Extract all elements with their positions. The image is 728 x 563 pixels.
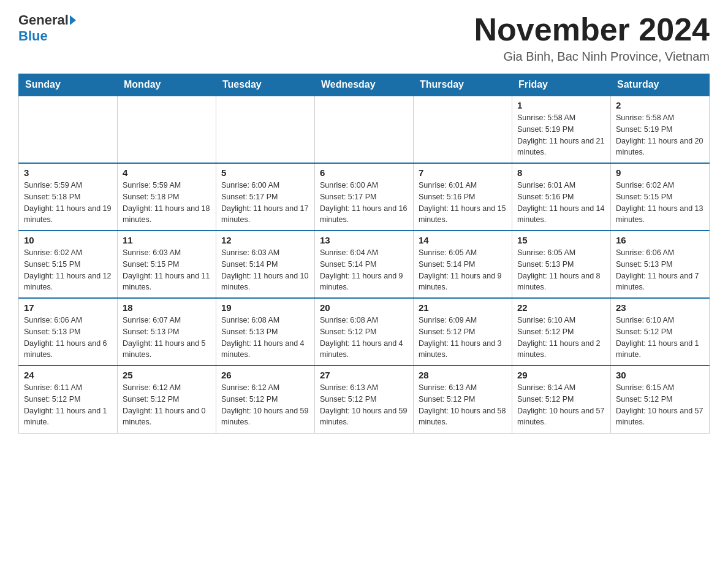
week-row-5: 24Sunrise: 6:11 AMSunset: 5:12 PMDayligh… xyxy=(19,366,710,433)
day-number: 13 xyxy=(320,235,408,245)
col-monday: Monday xyxy=(118,74,216,96)
calendar-cell: 10Sunrise: 6:02 AMSunset: 5:15 PMDayligh… xyxy=(19,231,118,298)
day-info: Sunrise: 6:01 AMSunset: 5:16 PMDaylight:… xyxy=(517,180,605,226)
calendar-cell: 15Sunrise: 6:05 AMSunset: 5:13 PMDayligh… xyxy=(512,231,611,298)
month-title: November 2024 xyxy=(474,12,710,47)
day-info: Sunrise: 6:11 AMSunset: 5:12 PMDaylight:… xyxy=(24,382,112,428)
day-info: Sunrise: 6:02 AMSunset: 5:15 PMDaylight:… xyxy=(24,247,112,293)
day-number: 27 xyxy=(320,370,408,380)
calendar-cell: 19Sunrise: 6:08 AMSunset: 5:13 PMDayligh… xyxy=(216,298,315,366)
calendar-cell: 23Sunrise: 6:10 AMSunset: 5:12 PMDayligh… xyxy=(611,298,710,366)
logo-text: General xyxy=(18,12,78,28)
day-number: 29 xyxy=(517,370,605,380)
day-info: Sunrise: 5:58 AMSunset: 5:19 PMDaylight:… xyxy=(517,112,605,158)
day-info: Sunrise: 6:01 AMSunset: 5:16 PMDaylight:… xyxy=(419,180,507,226)
calendar-cell xyxy=(118,96,216,163)
calendar-cell: 8Sunrise: 6:01 AMSunset: 5:16 PMDaylight… xyxy=(512,163,611,231)
calendar-cell: 21Sunrise: 6:09 AMSunset: 5:12 PMDayligh… xyxy=(414,298,512,366)
day-number: 1 xyxy=(517,100,605,110)
day-info: Sunrise: 5:59 AMSunset: 5:18 PMDaylight:… xyxy=(24,180,112,226)
calendar-cell: 22Sunrise: 6:10 AMSunset: 5:12 PMDayligh… xyxy=(512,298,611,366)
calendar-cell: 29Sunrise: 6:14 AMSunset: 5:12 PMDayligh… xyxy=(512,366,611,433)
calendar-cell: 18Sunrise: 6:07 AMSunset: 5:13 PMDayligh… xyxy=(118,298,216,366)
calendar-cell: 12Sunrise: 6:03 AMSunset: 5:14 PMDayligh… xyxy=(216,231,315,298)
day-number: 9 xyxy=(616,167,704,178)
day-number: 8 xyxy=(517,167,605,178)
calendar-cell: 13Sunrise: 6:04 AMSunset: 5:14 PMDayligh… xyxy=(315,231,414,298)
calendar-cell: 14Sunrise: 6:05 AMSunset: 5:14 PMDayligh… xyxy=(414,231,512,298)
calendar-cell: 11Sunrise: 6:03 AMSunset: 5:15 PMDayligh… xyxy=(118,231,216,298)
day-info: Sunrise: 6:15 AMSunset: 5:12 PMDaylight:… xyxy=(616,382,704,428)
day-info: Sunrise: 6:08 AMSunset: 5:12 PMDaylight:… xyxy=(320,315,408,361)
col-wednesday: Wednesday xyxy=(315,74,414,96)
day-info: Sunrise: 6:09 AMSunset: 5:12 PMDaylight:… xyxy=(419,315,507,361)
col-tuesday: Tuesday xyxy=(216,74,315,96)
calendar-cell xyxy=(414,96,512,163)
day-number: 2 xyxy=(616,100,704,110)
day-number: 3 xyxy=(24,167,112,178)
calendar-header-row: Sunday Monday Tuesday Wednesday Thursday… xyxy=(19,74,710,96)
calendar-table: Sunday Monday Tuesday Wednesday Thursday… xyxy=(18,74,710,434)
col-thursday: Thursday xyxy=(414,74,512,96)
calendar-cell xyxy=(315,96,414,163)
calendar-cell: 2Sunrise: 5:58 AMSunset: 5:19 PMDaylight… xyxy=(611,96,710,163)
calendar-cell: 25Sunrise: 6:12 AMSunset: 5:12 PMDayligh… xyxy=(118,366,216,433)
day-info: Sunrise: 6:12 AMSunset: 5:12 PMDaylight:… xyxy=(123,382,211,428)
logo-blue-text: Blue xyxy=(18,28,48,44)
calendar-cell: 20Sunrise: 6:08 AMSunset: 5:12 PMDayligh… xyxy=(315,298,414,366)
day-info: Sunrise: 6:02 AMSunset: 5:15 PMDaylight:… xyxy=(616,180,704,226)
calendar-cell: 26Sunrise: 6:12 AMSunset: 5:12 PMDayligh… xyxy=(216,366,315,433)
calendar-cell: 9Sunrise: 6:02 AMSunset: 5:15 PMDaylight… xyxy=(611,163,710,231)
day-number: 14 xyxy=(419,235,507,245)
day-info: Sunrise: 6:00 AMSunset: 5:17 PMDaylight:… xyxy=(221,180,309,226)
day-info: Sunrise: 6:04 AMSunset: 5:14 PMDaylight:… xyxy=(320,247,408,293)
day-number: 16 xyxy=(616,235,704,245)
day-info: Sunrise: 6:13 AMSunset: 5:12 PMDaylight:… xyxy=(419,382,507,428)
day-number: 19 xyxy=(221,302,309,313)
day-number: 25 xyxy=(123,370,211,380)
calendar-cell: 30Sunrise: 6:15 AMSunset: 5:12 PMDayligh… xyxy=(611,366,710,433)
day-info: Sunrise: 6:06 AMSunset: 5:13 PMDaylight:… xyxy=(616,247,704,293)
calendar-cell: 7Sunrise: 6:01 AMSunset: 5:16 PMDaylight… xyxy=(414,163,512,231)
logo-general-text: General xyxy=(18,12,69,28)
day-number: 20 xyxy=(320,302,408,313)
day-number: 21 xyxy=(419,302,507,313)
day-info: Sunrise: 6:08 AMSunset: 5:13 PMDaylight:… xyxy=(221,315,309,361)
calendar-cell: 5Sunrise: 6:00 AMSunset: 5:17 PMDaylight… xyxy=(216,163,315,231)
day-info: Sunrise: 6:10 AMSunset: 5:12 PMDaylight:… xyxy=(616,315,704,361)
day-info: Sunrise: 6:07 AMSunset: 5:13 PMDaylight:… xyxy=(123,315,211,361)
week-row-1: 1Sunrise: 5:58 AMSunset: 5:19 PMDaylight… xyxy=(19,96,710,163)
col-friday: Friday xyxy=(512,74,611,96)
day-info: Sunrise: 6:12 AMSunset: 5:12 PMDaylight:… xyxy=(221,382,309,428)
day-number: 11 xyxy=(123,235,211,245)
day-number: 7 xyxy=(419,167,507,178)
week-row-4: 17Sunrise: 6:06 AMSunset: 5:13 PMDayligh… xyxy=(19,298,710,366)
calendar-cell: 4Sunrise: 5:59 AMSunset: 5:18 PMDaylight… xyxy=(118,163,216,231)
day-info: Sunrise: 6:10 AMSunset: 5:12 PMDaylight:… xyxy=(517,315,605,361)
page-header: General Blue November 2024 Gia Binh, Bac… xyxy=(18,12,710,64)
location-subtitle: Gia Binh, Bac Ninh Province, Vietnam xyxy=(474,50,710,64)
day-info: Sunrise: 6:03 AMSunset: 5:15 PMDaylight:… xyxy=(123,247,211,293)
title-block: November 2024 Gia Binh, Bac Ninh Provinc… xyxy=(474,12,710,64)
calendar-cell xyxy=(19,96,118,163)
calendar-cell: 1Sunrise: 5:58 AMSunset: 5:19 PMDaylight… xyxy=(512,96,611,163)
col-saturday: Saturday xyxy=(611,74,710,96)
week-row-2: 3Sunrise: 5:59 AMSunset: 5:18 PMDaylight… xyxy=(19,163,710,231)
day-number: 18 xyxy=(123,302,211,313)
day-number: 28 xyxy=(419,370,507,380)
week-row-3: 10Sunrise: 6:02 AMSunset: 5:15 PMDayligh… xyxy=(19,231,710,298)
calendar-cell xyxy=(216,96,315,163)
calendar-cell: 27Sunrise: 6:13 AMSunset: 5:12 PMDayligh… xyxy=(315,366,414,433)
calendar-cell: 28Sunrise: 6:13 AMSunset: 5:12 PMDayligh… xyxy=(414,366,512,433)
day-info: Sunrise: 6:05 AMSunset: 5:14 PMDaylight:… xyxy=(419,247,507,293)
day-info: Sunrise: 6:05 AMSunset: 5:13 PMDaylight:… xyxy=(517,247,605,293)
calendar-cell: 6Sunrise: 6:00 AMSunset: 5:17 PMDaylight… xyxy=(315,163,414,231)
day-number: 4 xyxy=(123,167,211,178)
day-number: 5 xyxy=(221,167,309,178)
day-number: 12 xyxy=(221,235,309,245)
day-info: Sunrise: 5:59 AMSunset: 5:18 PMDaylight:… xyxy=(123,180,211,226)
calendar-cell: 16Sunrise: 6:06 AMSunset: 5:13 PMDayligh… xyxy=(611,231,710,298)
day-number: 6 xyxy=(320,167,408,178)
day-info: Sunrise: 6:14 AMSunset: 5:12 PMDaylight:… xyxy=(517,382,605,428)
day-info: Sunrise: 5:58 AMSunset: 5:19 PMDaylight:… xyxy=(616,112,704,158)
